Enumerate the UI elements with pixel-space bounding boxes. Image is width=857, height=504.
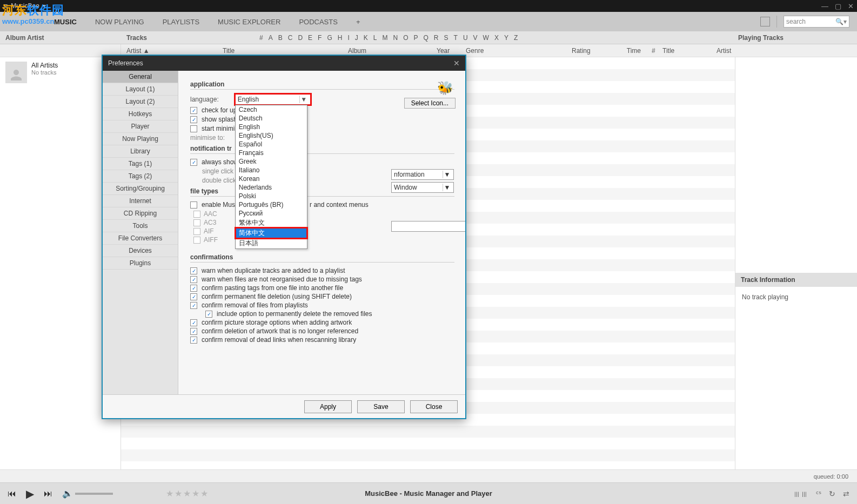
prefs-nav-tags-2-[interactable]: Tags (2) [103,170,178,183]
chk-confirm-1[interactable] [190,276,197,283]
tab-add[interactable]: + [356,18,360,26]
lang-option[interactable]: Español [236,140,307,149]
prefs-nav-now-playing[interactable]: Now Playing [103,133,178,145]
prefs-nav-plugins[interactable]: Plugins [103,257,178,270]
single-click-select[interactable]: nformation▼ [391,169,454,180]
alpha-I[interactable]: I [347,34,349,42]
chk-confirm-3[interactable] [190,293,197,300]
alpha-Y[interactable]: Y [504,34,508,42]
chk-ft-aif[interactable] [193,228,200,235]
prefs-nav-player[interactable]: Player [103,120,178,133]
alpha-S[interactable]: S [444,34,448,42]
chk-confirm-7[interactable] [190,337,197,344]
alpha-M[interactable]: M [382,34,387,42]
lang-option[interactable]: Korean [236,174,307,183]
alpha-K[interactable]: K [364,34,368,42]
lang-option[interactable]: Czech [236,105,307,114]
alpha-C[interactable]: C [288,34,293,42]
search-icon[interactable]: 🔍▾ [835,18,847,25]
alpha-U[interactable]: U [463,34,468,42]
repeat-icon[interactable]: ↻ [829,489,835,498]
maximize-button[interactable]: ▢ [835,2,841,10]
chk-confirm-5[interactable] [190,319,197,326]
lang-option[interactable]: 日本語 [236,238,307,248]
lang-option[interactable]: Nederlands [236,183,307,192]
lastfm-icon[interactable]: ᶜˢ [816,489,821,498]
panel-layout-icon[interactable] [760,17,770,26]
alpha-T[interactable]: T [454,34,458,42]
prefs-nav-general[interactable]: General [103,71,178,83]
col-rating[interactable]: Rating [566,44,614,57]
prefs-nav-tags-1-[interactable]: Tags (1) [103,158,178,170]
rating-stars[interactable]: ★★★★★ [166,488,209,499]
alpha-H[interactable]: H [338,34,343,42]
col-playing-title[interactable]: Title [657,44,711,57]
language-select[interactable]: English ▼ [235,94,311,105]
tab-podcasts[interactable]: PODCASTS [299,18,338,26]
tab-music-explorer[interactable]: MUSIC EXPLORER [218,18,280,26]
tab-playlists[interactable]: PLAYLISTS [163,18,199,26]
alpha-N[interactable]: N [393,34,398,42]
apply-button[interactable]: Apply [304,400,352,413]
close-button[interactable]: Close [410,400,458,413]
alpha-#[interactable]: # [259,34,263,42]
prefs-nav-file-converters[interactable]: File Converters [103,232,178,245]
chk-always-show[interactable] [190,159,197,166]
lang-option[interactable]: English(US) [236,131,307,140]
search-input[interactable]: search 🔍▾ [784,16,849,28]
chk-enable-assoc[interactable] [190,201,197,209]
prev-button[interactable]: ⏮ [8,489,16,499]
alpha-L[interactable]: L [373,34,377,42]
shuffle-icon[interactable]: ⇄ [843,489,849,498]
alpha-F[interactable]: F [318,34,322,42]
volume-control[interactable]: 🔈 [62,488,113,499]
col-num[interactable]: # [646,44,657,57]
alpha-G[interactable]: G [327,34,332,42]
lang-option[interactable]: Português (BR) [236,200,307,209]
prefs-nav-tools[interactable]: Tools [103,220,178,232]
alpha-E[interactable]: E [308,34,312,42]
prefs-nav-layout-2-[interactable]: Layout (2) [103,96,178,108]
chk-check-updates[interactable] [190,107,197,114]
lang-option[interactable]: 繁体中文 [236,218,307,228]
minimize-button[interactable]: — [821,2,828,10]
prefs-nav-sorting-grouping[interactable]: Sorting/Grouping [103,183,178,195]
tab-music[interactable]: MUSIC [54,18,77,26]
equalizer-icon[interactable]: ⫼⫼ [793,489,808,498]
prefs-nav-layout-1-[interactable]: Layout (1) [103,83,178,96]
prefs-close-icon[interactable]: ✕ [453,59,460,68]
col-time[interactable]: Time [614,44,646,57]
chk-confirm-sub[interactable] [205,311,212,318]
lang-option[interactable]: Français [236,149,307,157]
col-genre[interactable]: Genre [460,44,566,57]
alpha-X[interactable]: X [494,34,499,42]
alpha-W[interactable]: W [483,34,489,42]
chk-confirm-0[interactable] [190,267,197,274]
save-button[interactable]: Save [357,400,405,413]
prefs-nav-hotkeys[interactable]: Hotkeys [103,108,178,120]
chk-ft-aiff[interactable] [193,237,200,244]
lang-option[interactable]: Italiano [236,166,307,174]
hamburger-icon[interactable]: ≡ [3,2,8,10]
lang-option[interactable]: Русский [236,209,307,218]
tab-now-playing[interactable]: NOW PLAYING [95,18,144,26]
lang-option[interactable]: Polski [236,192,307,200]
alpha-Q[interactable]: Q [424,34,428,42]
next-button[interactable]: ⏭ [44,489,52,499]
title-chevron-icon[interactable]: ▾ [43,2,46,10]
chk-ft-ac3[interactable] [193,219,200,226]
alpha-R[interactable]: R [434,34,439,42]
context-menu-select[interactable]: ▼ [391,221,465,232]
double-click-select[interactable]: Window▼ [391,182,454,193]
alpha-P[interactable]: P [414,34,418,42]
select-icon-button[interactable]: Select Icon... [404,98,456,109]
close-button[interactable]: ✕ [848,2,854,10]
chk-start-min[interactable] [190,125,197,132]
chk-confirm-6[interactable] [190,328,197,335]
alpha-O[interactable]: O [403,34,408,42]
alpha-A[interactable]: A [269,34,273,42]
alpha-B[interactable]: B [278,34,283,42]
lang-option[interactable]: Greek [236,157,307,166]
lang-option[interactable]: English [236,123,307,131]
prefs-nav-devices[interactable]: Devices [103,245,178,257]
